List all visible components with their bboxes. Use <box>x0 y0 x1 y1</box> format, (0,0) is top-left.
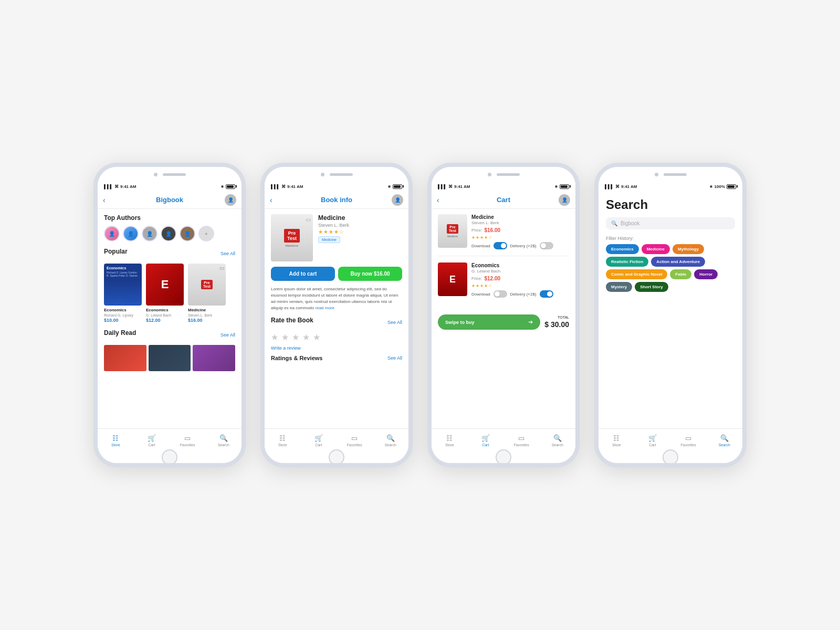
store-label-4: Store <box>612 443 621 447</box>
wifi-icon-1: ⌘ <box>114 184 119 189</box>
daily-see-all[interactable]: See All <box>220 332 235 338</box>
back-button-1[interactable]: ‹ <box>103 196 106 204</box>
pretest-badge-1: PreTest <box>201 280 213 289</box>
phone-top-bar-4 <box>598 167 742 182</box>
swipe-to-buy[interactable]: Swipe to buy ➜ <box>438 314 540 330</box>
search-input-display[interactable]: Bigbook <box>621 220 639 226</box>
download-toggle-1[interactable] <box>494 242 507 249</box>
battery-fill-2 <box>394 185 401 188</box>
author-avatar-4[interactable]: 👤 <box>161 226 176 242</box>
cart-item-2: E Economics G. Leland Bach Price: $12.00… <box>438 262 569 304</box>
bottom-nav-cart-3[interactable]: 🛒 Cart <box>468 434 504 447</box>
popular-header: Popular See All <box>104 248 235 259</box>
wifi-icon-3: ⌘ <box>448 184 453 189</box>
tag-mythology[interactable]: Mythology <box>673 244 704 254</box>
bottom-nav-fav-3[interactable]: ▭ Favorites <box>503 434 540 447</box>
search-input-row[interactable]: 🔍 Bigbook <box>606 217 735 229</box>
battery-4 <box>727 184 736 189</box>
phone-search: ▌▌▌ ⌘ 9:41 AM ∗ 100% Search 🔍 Bigbook <box>594 163 747 467</box>
status-bar-4: ▌▌▌ ⌘ 9:41 AM ∗ 100% <box>598 182 742 191</box>
bottom-nav-fav-4[interactable]: ▭ Favorites <box>670 434 707 447</box>
author-avatar-3[interactable]: 👤 <box>142 226 158 242</box>
bottom-nav-store-4[interactable]: ☷ Store <box>598 434 635 447</box>
tag-realistic-fiction[interactable]: Realistic Fiction <box>606 257 648 267</box>
bottom-nav-fav-2[interactable]: ▭ Favorites <box>337 434 373 447</box>
bottom-nav-store-2[interactable]: ☷ Store <box>265 434 301 447</box>
avatar-2[interactable]: 👤 <box>392 194 403 206</box>
download-label-2: Download <box>471 292 490 297</box>
fav-icon-4: ▭ <box>685 434 691 442</box>
star-4[interactable]: ★ <box>302 332 310 342</box>
daily-thumb-2[interactable] <box>149 345 191 371</box>
nav-bar-3: ‹ Cart 👤 <box>432 191 575 209</box>
home-button-1[interactable] <box>162 449 177 465</box>
signal-icon-4: ▌▌▌ <box>605 184 614 189</box>
book-cover-2: E <box>146 264 184 306</box>
back-button-2[interactable]: ‹ <box>270 196 272 204</box>
book-card-3[interactable]: PreTest ▭ Medicine Steven L. Berk $16.00 <box>188 264 226 323</box>
bottom-nav-2: ☷ Store 🛒 Cart ▭ Favorites 🔍 Search <box>265 428 408 452</box>
tag-short-story[interactable]: Short Story <box>635 282 668 292</box>
star-5[interactable]: ★ <box>313 332 320 342</box>
author-avatar-more[interactable]: + <box>198 226 214 242</box>
top-authors-label: Top Authors <box>104 214 235 222</box>
popular-see-all[interactable]: See All <box>220 251 235 256</box>
nav-bar-1: ‹ Bigbook 👤 <box>98 191 242 209</box>
author-avatar-5[interactable]: 👤 <box>180 226 195 242</box>
tag-action-adventure[interactable]: Action and Adventure <box>651 257 705 267</box>
tag-fable[interactable]: Fable <box>670 269 691 279</box>
tag-mystery[interactable]: Mystery <box>606 282 632 292</box>
add-to-cart-button[interactable]: Add to cart <box>271 267 335 281</box>
bottom-nav-cart-2[interactable]: 🛒 Cart <box>301 434 337 447</box>
bottom-nav-store-3[interactable]: ☷ Store <box>432 434 468 447</box>
fav-label-1: Favorites <box>180 443 195 447</box>
book-cover-sub-1: Richard G. Lipsey Gordon R. Sparks Peter… <box>107 271 139 277</box>
star-1[interactable]: ★ <box>271 332 278 342</box>
buy-now-button[interactable]: Buy now $16.00 <box>338 267 402 281</box>
bottom-nav-search-1[interactable]: 🔍 Search <box>206 434 242 447</box>
btn-row: Add to cart Buy now $16.00 <box>271 267 402 281</box>
bottom-nav-store-1[interactable]: ☷ Store <box>98 434 134 447</box>
bottom-nav-search-3[interactable]: 🔍 Search <box>540 434 576 447</box>
cart-item-1: PreTest Medicine Medicine Steven L. Berk… <box>438 214 569 256</box>
download-toggle-2[interactable] <box>494 290 507 298</box>
author-avatar-1[interactable]: 👤 <box>104 226 120 242</box>
star-3[interactable]: ★ <box>292 332 299 342</box>
status-right-3: ∗ <box>554 184 569 189</box>
filter-history-label: Filter History: <box>606 236 735 241</box>
tag-horror[interactable]: Horror <box>694 269 718 279</box>
avatar-3[interactable]: 👤 <box>559 194 570 206</box>
avatar-1[interactable]: 👤 <box>225 194 236 206</box>
home-button-2[interactable] <box>329 449 344 465</box>
delivery-toggle-2[interactable] <box>540 290 553 298</box>
bottom-nav-fav-1[interactable]: ▭ Favorites <box>170 434 206 447</box>
store-icon-1: ☷ <box>112 434 119 442</box>
reviews-see-all[interactable]: See All <box>387 355 402 361</box>
book-cover-title-1: Economics <box>107 266 139 270</box>
author-avatar-2[interactable]: 👤 <box>123 226 139 242</box>
bottom-nav-cart-1[interactable]: 🛒 Cart <box>134 434 170 447</box>
tag-economics[interactable]: Economics <box>606 244 639 254</box>
home-button-3[interactable] <box>496 449 511 465</box>
tag-medicine[interactable]: Medicine <box>642 244 670 254</box>
bottom-nav-search-4[interactable]: 🔍 Search <box>707 434 743 447</box>
daily-thumb-1[interactable] <box>104 345 146 371</box>
delivery-toggle-1[interactable] <box>540 242 553 249</box>
bookmark-icon-2[interactable]: ▭ <box>306 216 311 223</box>
home-button-4[interactable] <box>663 449 678 465</box>
tag-comic-graphic-novel[interactable]: Comic and Graphic Novel <box>606 269 667 279</box>
book-card-1[interactable]: Economics Richard G. Lipsey Gordon R. Sp… <box>104 264 142 323</box>
back-button-3[interactable]: ‹ <box>437 196 439 204</box>
rate-see-all[interactable]: See All <box>387 320 402 325</box>
book-card-2[interactable]: E Economics G. Leland Bach $12.00 <box>146 264 184 323</box>
nav-title-1: Bigbook <box>156 196 183 204</box>
tags-container: Economics Medicine Mythology Realistic F… <box>606 244 735 292</box>
book-cover-3: PreTest ▭ <box>188 264 226 306</box>
star-2[interactable]: ★ <box>281 332 289 342</box>
read-more-link[interactable]: read more <box>316 306 334 310</box>
phone-bottom-bar-1 <box>98 452 242 463</box>
bottom-nav-search-2[interactable]: 🔍 Search <box>373 434 409 447</box>
daily-thumb-3[interactable] <box>193 345 235 371</box>
bottom-nav-cart-4[interactable]: 🛒 Cart <box>635 434 671 447</box>
write-review-link[interactable]: Write a review <box>271 345 402 351</box>
